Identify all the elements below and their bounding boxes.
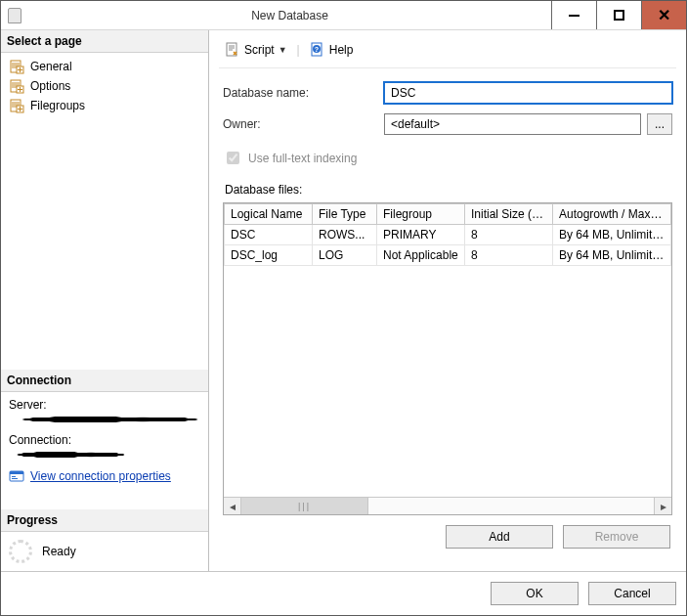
page-label: Options (30, 79, 70, 93)
window-buttons: ✕ (551, 1, 686, 29)
table-row[interactable]: DSC ROWS... PRIMARY 8 By 64 MB, Unlimite… (225, 225, 671, 245)
owner-row: Owner: ... (223, 113, 672, 135)
help-icon: ? (310, 42, 325, 58)
page-icon (9, 98, 24, 113)
col-filetype[interactable]: File Type (313, 204, 377, 225)
dropdown-icon: ▼ (279, 45, 287, 55)
script-button[interactable]: Script ▼ (221, 40, 291, 60)
scroll-track[interactable] (368, 498, 654, 514)
owner-input[interactable] (384, 113, 641, 135)
close-button[interactable]: ✕ (641, 1, 686, 29)
help-label: Help (329, 43, 354, 57)
progress-spinner-icon (9, 540, 32, 563)
svg-text:?: ? (315, 46, 319, 53)
grid-header-row: Logical Name File Type Filegroup Initial… (225, 204, 671, 225)
page-label: General (30, 60, 72, 73)
col-initialsize[interactable]: Initial Size (MB) (465, 204, 553, 225)
view-connection-row: View connection properties (1, 462, 208, 490)
connection-properties-icon (9, 468, 24, 484)
connection-block2: Connection: (1, 427, 208, 462)
right-pane: Script ▼ | ? Help Database name: Owner (209, 30, 686, 571)
scroll-right-icon[interactable]: ▸ (654, 498, 671, 514)
grid-empty-area (224, 266, 671, 497)
progress-text: Ready (42, 545, 76, 558)
page-icon (9, 59, 24, 74)
page-nav: General Options Filegroups (1, 53, 208, 119)
page-options[interactable]: Options (1, 76, 208, 96)
dialog-window: New Database ✕ Select a page General (0, 0, 687, 616)
add-button[interactable]: Add (446, 525, 553, 549)
connection-block: Server: (1, 392, 208, 427)
progress-header: Progress (1, 509, 208, 532)
scroll-thumb[interactable]: ||| (241, 498, 368, 514)
files-grid[interactable]: Logical Name File Type Filegroup Initial… (224, 203, 671, 266)
horizontal-scrollbar[interactable]: ◂ ||| ▸ (224, 497, 671, 514)
page-icon (9, 78, 24, 94)
col-logical[interactable]: Logical Name (225, 204, 313, 225)
svg-rect-8 (12, 476, 16, 477)
title-bar: New Database ✕ (1, 1, 686, 30)
cancel-button[interactable]: Cancel (588, 582, 676, 605)
add-remove-row: Add Remove (223, 515, 672, 549)
scroll-left-icon[interactable]: ◂ (224, 498, 241, 514)
fulltext-row: Use full-text indexing (223, 145, 672, 183)
select-page-header: Select a page (1, 30, 208, 53)
maximize-button[interactable] (596, 1, 641, 29)
dialog-body: Select a page General Options (1, 30, 686, 571)
table-row[interactable]: DSC_log LOG Not Applicable 8 By 64 MB, U… (225, 245, 671, 266)
minimize-button[interactable] (551, 1, 596, 29)
form: Database name: Owner: ... Use full-text … (219, 68, 676, 549)
fulltext-checkbox (227, 152, 239, 164)
help-button[interactable]: ? Help (306, 40, 358, 60)
window-title: New Database (28, 9, 551, 22)
page-filegroups[interactable]: Filegroups (1, 96, 208, 115)
connection-value-redacted (9, 449, 126, 461)
fulltext-label: Use full-text indexing (248, 152, 357, 165)
ok-button[interactable]: OK (491, 582, 579, 605)
col-filegroup[interactable]: Filegroup (377, 204, 465, 225)
left-pane: Select a page General Options (1, 30, 209, 571)
script-label: Script (244, 43, 275, 57)
dbname-row: Database name: (223, 82, 672, 104)
owner-label: Owner: (223, 117, 384, 131)
page-label: Filegroups (30, 99, 85, 112)
server-label: Server: (9, 398, 200, 412)
svg-rect-7 (10, 471, 23, 474)
connection-label: Connection: (9, 433, 200, 447)
connection-header: Connection (1, 370, 208, 392)
files-grid-wrap: Logical Name File Type Filegroup Initial… (223, 202, 672, 515)
server-value-redacted (9, 414, 200, 425)
page-general[interactable]: General (1, 57, 208, 76)
col-autogrowth[interactable]: Autogrowth / Maxsize (553, 204, 671, 225)
view-connection-link[interactable]: View connection properties (30, 469, 171, 483)
dbname-input[interactable] (384, 82, 672, 104)
bottom-bar: OK Cancel (1, 571, 686, 615)
files-label: Database files: (223, 183, 672, 202)
progress-block: Ready (1, 532, 208, 571)
dbname-label: Database name: (223, 86, 384, 100)
remove-button: Remove (563, 525, 670, 549)
owner-browse-button[interactable]: ... (647, 113, 672, 135)
toolbar: Script ▼ | ? Help (219, 36, 676, 68)
separator: | (297, 43, 300, 57)
app-icon (1, 8, 28, 23)
svg-rect-9 (12, 478, 18, 479)
script-icon (225, 42, 240, 58)
